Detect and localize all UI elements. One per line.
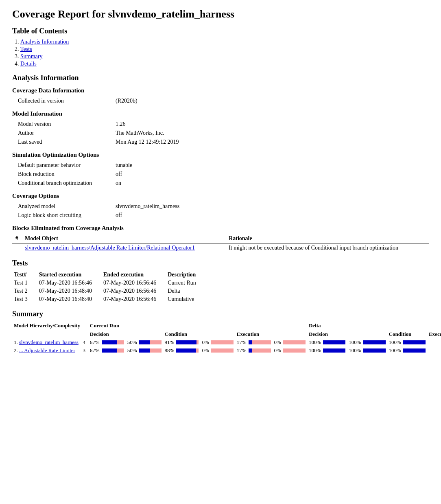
cur-decision-label: Decision bbox=[88, 330, 163, 339]
test-1-num: Test 1 bbox=[12, 279, 37, 287]
blocks-table-header-row: # Model Object Rationale bbox=[12, 234, 429, 243]
sim-options-heading: Simulation Optimization Options bbox=[12, 151, 429, 158]
table-row: Conditional branch optimization on bbox=[16, 179, 139, 188]
summary-group-header-row: Model Hierarchy/Complexity Current Run D… bbox=[12, 322, 441, 330]
col-started: Started execution bbox=[37, 271, 102, 279]
bar-wrap bbox=[102, 340, 124, 344]
block-model-object: slvnvdemo_ratelim_harness/Adjustable Rat… bbox=[22, 243, 225, 253]
bar-wrap bbox=[139, 340, 162, 344]
bar-fill bbox=[403, 348, 426, 353]
bar-fill bbox=[403, 340, 426, 344]
bar-fill bbox=[323, 340, 345, 344]
toc-item-4: Details bbox=[20, 61, 429, 67]
test-1-ended: 07-May-2020 16:56:46 bbox=[102, 279, 166, 287]
table-row: Last saved Mon Aug 12 12:49:12 2019 bbox=[16, 138, 186, 147]
toc-item-1: Analysis Information bbox=[20, 39, 429, 45]
coverage-data-table: Collected in version (R2020b) bbox=[16, 96, 144, 105]
table-row: Default parameter behavior tunable bbox=[16, 161, 139, 170]
toc-link-summary[interactable]: Summary bbox=[20, 53, 42, 59]
coverage-data-heading: Coverage Data Information bbox=[12, 87, 429, 94]
bar-fill bbox=[176, 348, 196, 353]
table-row: Test 3 07-May-2020 16:48:40 07-May-2020 … bbox=[12, 295, 206, 303]
bar-fill bbox=[176, 340, 196, 344]
pct-label: 100% bbox=[309, 339, 321, 346]
last-saved-value: Mon Aug 12 12:49:12 2019 bbox=[114, 138, 186, 147]
toc-item-2: Tests bbox=[20, 46, 429, 53]
del-decision-label: Decision bbox=[307, 330, 387, 339]
table-row: Test 1 07-May-2020 16:56:46 07-May-2020 … bbox=[12, 279, 206, 287]
bar-wrap bbox=[283, 348, 306, 353]
cur-condition-label: Condition bbox=[163, 330, 235, 339]
del-execution-label: Execution bbox=[427, 330, 441, 339]
bar-wrap bbox=[176, 348, 199, 353]
summary-heading: Summary bbox=[12, 310, 429, 318]
block-rationale: It might not be executed because of Cond… bbox=[225, 243, 429, 253]
table-row: Collected in version (R2020b) bbox=[16, 96, 144, 105]
analyzed-model-value: slvnvdemo_ratelim_harness bbox=[114, 202, 186, 211]
tests-table: Test# Started execution Ended execution … bbox=[12, 271, 206, 303]
toc-link-analysis[interactable]: Analysis Information bbox=[20, 39, 69, 45]
col-model-name bbox=[12, 330, 80, 339]
block-model-object-link[interactable]: slvnvdemo_ratelim_harness/Adjustable Rat… bbox=[25, 245, 195, 251]
model-info-heading: Model Information bbox=[12, 110, 429, 117]
analysis-section: Analysis Information Coverage Data Infor… bbox=[12, 74, 429, 252]
test-2-desc: Delta bbox=[166, 287, 206, 295]
table-row: Block reduction off bbox=[16, 170, 139, 179]
tests-section: Tests Test# Started execution Ended exec… bbox=[12, 259, 429, 303]
tests-heading: Tests bbox=[12, 259, 429, 267]
author-label: Author bbox=[16, 129, 114, 138]
coverage-options-table: Analyzed model slvnvdemo_ratelim_harness… bbox=[16, 202, 186, 220]
logic-block-value: off bbox=[114, 211, 186, 220]
blocks-eliminated-heading: Blocks Eliminated from Coverage Analysis bbox=[12, 225, 429, 232]
bar-fill bbox=[363, 340, 386, 344]
test-3-started: 07-May-2020 16:48:40 bbox=[37, 295, 102, 303]
bar-fill bbox=[363, 348, 386, 353]
pct-label: 100% bbox=[349, 347, 361, 354]
pct-label: 100% bbox=[349, 339, 361, 346]
table-row: Logic block short circuiting off bbox=[16, 211, 186, 220]
last-saved-label: Last saved bbox=[16, 138, 114, 147]
bar-wrap bbox=[249, 340, 271, 344]
summary-section: Summary Model Hierarchy/Complexity Curre… bbox=[12, 310, 429, 355]
bar-fill bbox=[249, 348, 252, 353]
summary-complexity: 3 bbox=[80, 346, 88, 355]
cond-branch-label: Conditional branch optimization bbox=[16, 179, 114, 188]
test-3-ended: 07-May-2020 16:56:46 bbox=[102, 295, 166, 303]
toc-link-tests[interactable]: Tests bbox=[20, 46, 32, 52]
col-test-num: Test# bbox=[12, 271, 37, 279]
table-row: 2. ... Adjustable Rate Limiter367%50%88%… bbox=[12, 346, 441, 355]
blocks-eliminated-table: # Model Object Rationale slvnvdemo_ratel… bbox=[12, 234, 429, 252]
default-param-label: Default parameter behavior bbox=[16, 161, 114, 170]
summary-row-number: 1. slvnvdemo_ratelim_harness bbox=[12, 338, 80, 346]
author-value: The MathWorks, Inc. bbox=[114, 129, 186, 138]
model-info-table: Model version 1.26 Author The MathWorks,… bbox=[16, 120, 186, 147]
analysis-heading: Analysis Information bbox=[12, 74, 429, 82]
del-condition-label: Condition bbox=[387, 330, 427, 339]
bar-wrap bbox=[102, 348, 124, 353]
table-row: Author The MathWorks, Inc. bbox=[16, 129, 186, 138]
cur-execution-label: Execution bbox=[235, 330, 307, 339]
summary-row-number: 2. ... Adjustable Rate Limiter bbox=[12, 346, 80, 355]
bar-wrap bbox=[283, 340, 306, 344]
block-number bbox=[12, 243, 22, 253]
analyzed-model-label: Analyzed model bbox=[16, 202, 114, 211]
col-rationale: Rationale bbox=[225, 234, 429, 243]
table-row: 1. slvnvdemo_ratelim_harness467%50%91%0%… bbox=[12, 338, 441, 346]
default-param-value: tunable bbox=[114, 161, 139, 170]
bar-wrap bbox=[323, 348, 345, 353]
toc-link-details[interactable]: Details bbox=[20, 61, 37, 67]
bar-wrap bbox=[139, 348, 162, 353]
toc-heading: Table of Contents bbox=[12, 27, 429, 35]
summary-sub-header-row: Decision Condition Execution Decision Co… bbox=[12, 330, 441, 339]
pct-label: 0% bbox=[274, 347, 281, 354]
test-1-desc: Current Run bbox=[166, 279, 206, 287]
summary-complexity: 4 bbox=[80, 338, 88, 346]
pct-label: 100% bbox=[389, 339, 401, 346]
col-model-hierarchy: Model Hierarchy/Complexity bbox=[12, 322, 88, 330]
summary-model-link[interactable]: slvnvdemo_ratelim_harness bbox=[19, 339, 79, 345]
summary-model-link[interactable]: ... Adjustable Rate Limiter bbox=[19, 347, 75, 353]
bar-wrap bbox=[363, 348, 386, 353]
col-description: Description bbox=[166, 271, 206, 279]
block-reduction-value: off bbox=[114, 170, 139, 179]
tests-header-row: Test# Started execution Ended execution … bbox=[12, 271, 206, 279]
